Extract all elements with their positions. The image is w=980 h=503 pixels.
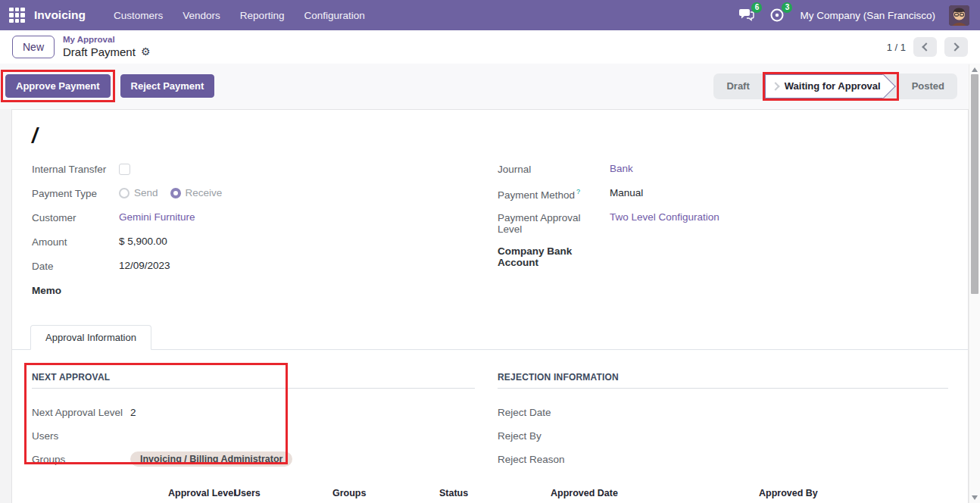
scrollbar-down-arrow[interactable] — [972, 495, 978, 500]
field-payment-type: Payment Type Send Receive — [32, 187, 475, 202]
navbar-right: 6 3 My Company (San Francisco) — [739, 5, 969, 26]
statusbar: Draft Waiting for Approval Posted — [713, 73, 957, 99]
payment-method-value[interactable]: Manual — [610, 187, 643, 198]
notebook-tab-bar: Approval Information — [12, 325, 968, 350]
rejection-rows: Reject Date Reject By Reject Reason — [498, 389, 948, 467]
field-next-approval-level: Next Approval Level 2 — [32, 405, 475, 420]
next-approval-level-value: 2 — [130, 407, 136, 418]
customer-value-link[interactable]: Gemini Furniture — [119, 211, 195, 223]
users-label: Users — [32, 430, 130, 442]
avatar-image — [949, 5, 969, 26]
pager: 1 / 1 — [887, 37, 968, 57]
chevron-left-icon — [922, 42, 930, 51]
column-header-groups[interactable]: Groups — [332, 488, 366, 498]
field-reject-by: Reject By — [498, 428, 948, 443]
action-status-bar: Approve Payment Reject Payment Draft Wai… — [0, 64, 980, 109]
field-memo: Memo — [32, 284, 475, 298]
form-sheet: / Internal Transfer Payment Type Send Re… — [11, 109, 969, 503]
breadcrumb-current-label: Draft Payment — [63, 45, 136, 60]
messages-icon[interactable]: 6 — [739, 8, 756, 23]
next-approval-rows: Next Approval Level 2 Users Groups Invoi… — [32, 389, 475, 467]
date-label: Date — [32, 260, 119, 272]
menu-customers[interactable]: Customers — [105, 7, 171, 24]
field-payment-method: Payment Method? Manual — [498, 187, 948, 202]
breadcrumb-parent[interactable]: My Approval — [63, 34, 150, 45]
field-users: Users — [32, 428, 475, 443]
main-menu: Customers Vendors Reporting Configuratio… — [105, 7, 373, 24]
field-amount: Amount $ 5,900.00 — [32, 236, 475, 250]
payment-method-label: Payment Method? — [498, 187, 604, 201]
status-step-posted[interactable]: Posted — [899, 73, 957, 99]
breadcrumb-current: Draft Payment ⚙ — [63, 45, 150, 60]
vertical-scrollbar[interactable] — [969, 64, 980, 503]
scrollbar-thumb[interactable] — [971, 74, 978, 294]
messages-count-badge: 6 — [751, 2, 762, 13]
pager-next-button[interactable] — [944, 37, 968, 57]
receive-radio[interactable] — [170, 188, 181, 198]
next-approval-section: NEXT APPROVAL Next Approval Level 2 User… — [32, 372, 475, 475]
fields-right-column: Journal Bank Payment Method? Manual Paym… — [498, 163, 948, 308]
field-internal-transfer: Internal Transfer — [32, 163, 475, 177]
chevron-separator-icon — [771, 82, 779, 90]
activities-count-badge: 3 — [782, 2, 792, 13]
column-header-approved-by[interactable]: Approved By — [759, 488, 818, 498]
menu-vendors[interactable]: Vendors — [174, 7, 229, 24]
activities-icon[interactable]: 3 — [769, 8, 786, 23]
field-date: Date 12/09/2023 — [32, 260, 475, 274]
memo-label: Memo — [32, 284, 119, 296]
field-payment-approval-level: Payment Approval Level Two Level Configu… — [498, 211, 948, 235]
reject-payment-button[interactable]: Reject Payment — [120, 74, 215, 98]
payment-reference-title: / — [32, 124, 948, 148]
approval-lines-header-row: Approval Level Users Groups Status Appro… — [32, 488, 948, 503]
next-approval-title: NEXT APPROVAL — [32, 372, 475, 383]
send-radio[interactable] — [119, 188, 130, 198]
reject-date-label: Reject Date — [498, 407, 610, 418]
payment-type-label: Payment Type — [32, 187, 119, 199]
apps-grid-icon[interactable] — [9, 8, 25, 23]
tab-approval-information[interactable]: Approval Information — [30, 325, 151, 350]
next-approval-level-label: Next Approval Level — [32, 407, 130, 418]
approve-payment-button[interactable]: Approve Payment — [5, 74, 111, 98]
field-company-bank-account: Company Bank Account — [498, 245, 948, 268]
internal-transfer-label: Internal Transfer — [32, 163, 119, 175]
app-name[interactable]: Invoicing — [34, 8, 86, 22]
journal-value-link[interactable]: Bank — [610, 163, 633, 174]
date-value[interactable]: 12/09/2023 — [119, 260, 170, 271]
company-switcher[interactable]: My Company (San Francisco) — [800, 10, 935, 21]
field-groups: Groups Invoicing / Billing Administrator — [32, 451, 475, 467]
amount-label: Amount — [32, 236, 119, 248]
send-radio-label[interactable]: Send — [134, 187, 158, 198]
groups-badge: Invoicing / Billing Administrator — [130, 451, 292, 467]
payment-type-radio-group: Send Receive — [119, 187, 229, 198]
field-customer: Customer Gemini Furniture — [32, 211, 475, 226]
column-header-users[interactable]: Users — [234, 488, 261, 498]
payment-approval-level-value-link[interactable]: Two Level Configuration — [610, 211, 719, 223]
amount-value[interactable]: $ 5,900.00 — [119, 236, 167, 247]
menu-reporting[interactable]: Reporting — [232, 7, 293, 24]
menu-configuration[interactable]: Configuration — [295, 7, 373, 24]
column-header-approval-level[interactable]: Approval Level — [168, 488, 236, 498]
scrollbar-up-arrow[interactable] — [972, 67, 978, 72]
rejection-information-title: REJECTION INFORMATION — [498, 372, 948, 383]
fields-left-column: Internal Transfer Payment Type Send Rece… — [32, 163, 475, 308]
groups-label: Groups — [32, 454, 130, 465]
column-header-approved-date[interactable]: Approved Date — [551, 488, 618, 498]
field-reject-date: Reject Date — [498, 405, 948, 420]
status-step-draft[interactable]: Draft — [713, 73, 762, 99]
user-avatar[interactable] — [949, 5, 969, 26]
status-highlight-box: Waiting for Approval — [763, 72, 899, 101]
approve-highlight-box: Approve Payment — [1, 70, 115, 102]
column-header-status[interactable]: Status — [439, 488, 468, 498]
pager-previous-button[interactable] — [913, 37, 937, 57]
internal-transfer-checkbox[interactable] — [119, 164, 130, 175]
new-button[interactable]: New — [12, 36, 55, 58]
top-navbar: Invoicing Customers Vendors Reporting Co… — [0, 0, 980, 30]
gear-icon[interactable]: ⚙ — [141, 45, 151, 59]
payment-approval-level-label: Payment Approval Level — [498, 211, 604, 235]
field-grid: Internal Transfer Payment Type Send Rece… — [32, 163, 948, 308]
company-bank-account-label: Company Bank Account — [498, 245, 604, 268]
pager-count: 1 / 1 — [887, 42, 906, 53]
receive-radio-label[interactable]: Receive — [186, 187, 223, 198]
help-hint-icon[interactable]: ? — [576, 188, 580, 195]
status-step-waiting-for-approval[interactable]: Waiting for Approval — [765, 74, 884, 98]
